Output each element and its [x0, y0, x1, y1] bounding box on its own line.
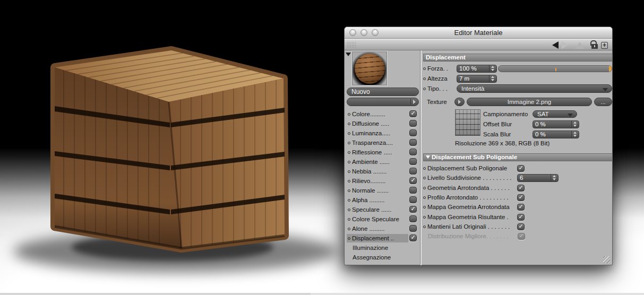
checkbox[interactable]: ✓ [409, 168, 417, 175]
checkbox[interactable]: ✓ [409, 215, 417, 222]
checkbox[interactable]: ✓ [517, 165, 525, 172]
keyframe-dot[interactable] [423, 187, 426, 189]
param-row-profilo-arrotondato: Profilo Arrotondato . . . . . . . . .✓ [423, 193, 612, 202]
checkbox[interactable]: ✓ [409, 177, 417, 184]
checkbox[interactable]: ✓ [409, 120, 417, 127]
keyframe-dot[interactable] [423, 196, 426, 199]
channel-label: Illuminazione [353, 245, 388, 251]
forward-icon[interactable] [562, 41, 568, 49]
keyframe-dot[interactable] [423, 206, 426, 209]
checkbox[interactable]: ✓ [409, 235, 417, 241]
keyframe-dot[interactable] [423, 167, 426, 170]
pyramid-icon[interactable] [576, 42, 584, 49]
spinner-arrows-icon[interactable] [571, 121, 577, 128]
param-row-displacement-sub-poligonale: Displacement Sub Poligonale✓ [423, 164, 612, 172]
keyframe-dot[interactable] [348, 199, 350, 202]
slider-handle[interactable] [609, 66, 612, 72]
keyframe-dot[interactable] [423, 216, 426, 219]
sidebar-item-normale[interactable]: Normale .......✓ [346, 186, 420, 195]
checkbox[interactable]: ✓ [409, 139, 417, 146]
window-title: Editor Materiale [345, 29, 612, 37]
keyframe-dot[interactable] [423, 225, 426, 228]
keyframe-dot[interactable] [348, 113, 350, 116]
sidebar-item-colore-speculare[interactable]: Colore Speculare✓ [346, 214, 420, 224]
offset-blur-spinner[interactable]: 0 % [533, 120, 579, 128]
add-icon[interactable]: + [601, 42, 608, 49]
checkbox[interactable]: ✓ [517, 204, 525, 211]
keyframe-dot[interactable] [423, 67, 426, 70]
shader-popup-button[interactable] [410, 99, 418, 105]
spinner-arrows-icon[interactable] [571, 131, 577, 138]
keyframe-dot[interactable] [348, 218, 350, 221]
spinner-arrows-icon[interactable] [551, 175, 556, 181]
keyframe-dot[interactable] [348, 209, 350, 211]
sidebar-item-colore[interactable]: Colore.........✓ [346, 109, 420, 119]
back-icon[interactable] [552, 41, 559, 49]
tipo-dropdown[interactable]: Intensità [457, 84, 612, 93]
sidebar-item-ambiente[interactable]: Ambiente ......✓ [346, 157, 420, 167]
sidebar-item-trasparenza[interactable]: Trasparenza....✓ [346, 138, 420, 148]
keyframe-dot[interactable] [348, 142, 350, 144]
keyframe-dot[interactable] [348, 180, 350, 183]
spinner-arrows-icon[interactable] [489, 75, 494, 82]
keyframe-dot[interactable] [423, 177, 426, 179]
section-header-sub-poligonale[interactable]: Displacement Sub Poligonale [423, 153, 613, 161]
sidebar-item-rilievo[interactable]: Rilievo.........✓ [346, 176, 420, 186]
keyframe-dot[interactable] [348, 170, 350, 173]
sidebar-item-diffusione[interactable]: Diffusione .....✓ [346, 119, 420, 128]
checkbox[interactable]: ✓ [517, 214, 525, 221]
checkbox[interactable]: ✓ [409, 129, 417, 136]
channel-label: Colore......... [352, 111, 385, 117]
forza-slider[interactable] [498, 65, 612, 72]
browse-button[interactable]: ... [594, 98, 612, 106]
keyframe-dot[interactable] [348, 228, 350, 230]
keyframe-dot[interactable] [348, 151, 350, 154]
sidebar-item-alpha[interactable]: Alpha .........✓ [346, 195, 420, 205]
sidebar-item-speculare[interactable]: Speculare ......✓ [346, 205, 420, 214]
texture-popup-button[interactable] [454, 98, 465, 106]
titlebar[interactable]: Editor Materiale [345, 27, 612, 39]
forza-spinner[interactable]: 100 % [457, 65, 497, 73]
checkbox[interactable]: ✓ [517, 194, 525, 201]
keyframe-dot[interactable] [348, 189, 350, 192]
unlock-icon[interactable] [591, 44, 598, 49]
keyframe-dot[interactable] [348, 132, 350, 135]
sidebar-item-riflessione[interactable]: Riflessione .....✓ [346, 148, 420, 157]
material-preview[interactable] [352, 51, 387, 85]
resize-handle[interactable] [603, 256, 610, 263]
texture-thumbnail[interactable] [455, 109, 480, 136]
material-name-field[interactable]: Nuovo [347, 88, 419, 96]
checkbox[interactable]: ✓ [409, 196, 417, 203]
checkbox[interactable]: ✓ [517, 223, 525, 230]
shader-field[interactable] [347, 98, 419, 106]
param-label: Geometria Arrotondata . . . . . . [427, 185, 517, 191]
checkbox[interactable]: ✓ [409, 225, 417, 232]
checkbox[interactable]: ✓ [409, 187, 417, 194]
spinner-arrows-icon[interactable] [489, 65, 494, 72]
checkbox[interactable]: ✓ [409, 206, 417, 213]
channel-label: Ambiente ...... [352, 159, 390, 165]
altezza-spinner[interactable]: 7 m [457, 75, 497, 83]
campionamento-dropdown[interactable]: SAT [533, 110, 577, 118]
keyframe-dot[interactable] [348, 123, 350, 125]
chevron-down-icon[interactable] [346, 53, 351, 56]
sidebar-item-luminanza[interactable]: Luminanza.....✓ [346, 128, 420, 138]
sidebar-item-nebbia[interactable]: Nebbia ........✓ [346, 167, 420, 176]
sidebar-item-assegnazione[interactable]: Assegnazione [346, 253, 420, 262]
checkbox[interactable]: ✓ [409, 158, 417, 165]
sidebar-item-alone[interactable]: Alone .........✓ [346, 224, 420, 233]
texture-file-button[interactable]: Immagine 2.png [467, 98, 592, 106]
sidebar-item-illuminazione[interactable]: Illuminazione [346, 243, 420, 253]
checkbox[interactable]: ✓ [409, 110, 417, 117]
keyframe-dot[interactable] [423, 77, 426, 80]
livello-suddivisione-spinner[interactable]: 6 [517, 174, 559, 182]
drag-grip-icon[interactable] [347, 41, 356, 48]
keyframe-dot[interactable] [348, 237, 350, 240]
chevron-right-icon [458, 100, 461, 104]
scala-blur-spinner[interactable]: 0 % [533, 131, 579, 138]
sidebar-item-displacement[interactable]: Displacement ..✓ [346, 233, 420, 243]
keyframe-dot[interactable] [423, 88, 426, 90]
checkbox[interactable]: ✓ [517, 185, 525, 192]
keyframe-dot[interactable] [348, 161, 350, 163]
checkbox[interactable]: ✓ [409, 149, 417, 155]
